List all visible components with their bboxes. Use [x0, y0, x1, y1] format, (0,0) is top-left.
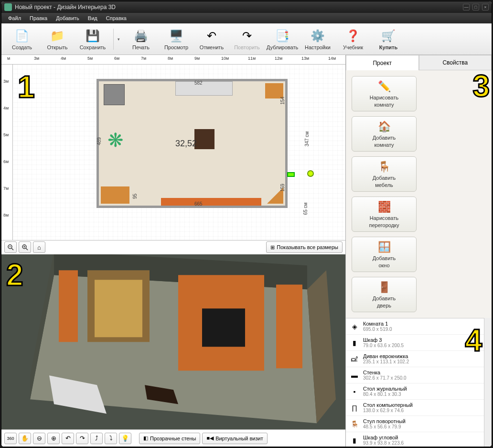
view-3d[interactable]: 2 — [1, 254, 345, 430]
menu-edit[interactable]: Правка — [26, 14, 51, 22]
ruler-h-tick: 9м — [194, 56, 200, 61]
tilt-up-button[interactable]: ⤴ — [90, 433, 103, 444]
toolbar-дублировать[interactable]: 📑Дублировать — [266, 26, 299, 52]
toolbar-настройки[interactable]: ⚙️Настройки — [301, 26, 334, 52]
повторить-icon: ↷ — [239, 28, 255, 44]
maximize-button[interactable]: □ — [472, 4, 479, 11]
furniture-sofa[interactable] — [175, 81, 233, 96]
titlebar: Новый проект - Дизайн Интерьера 3D — □ × — [1, 1, 492, 13]
action-дверь[interactable]: 🚪Добавитьдверь — [352, 277, 417, 312]
scene-item[interactable]: ▮Шкаф угловой93.9 x 93.8 x 223.6 — [346, 432, 484, 447]
action-label: Добавить — [373, 295, 396, 302]
furniture-coffee-table[interactable] — [194, 129, 214, 149]
view3d-controls: 360 ✋ ⊖ ⊕ ↶ ↷ ⤴ ⤵ 💡 ◧ Прозрачные стены ■… — [1, 429, 345, 447]
scene-item[interactable]: ◈Комната 1695.0 x 519.0 — [346, 318, 484, 335]
menu-help[interactable]: Справка — [102, 14, 130, 22]
furniture-wardrobe[interactable] — [104, 84, 125, 105]
tilt-down-button[interactable]: ⤵ — [105, 433, 117, 444]
toolbar: 📄Создать📁Открыть💾Сохранить▾🖨️Печать🖥️Про… — [1, 23, 492, 55]
scene-item-dimensions: 695.0 x 519.0 — [363, 327, 480, 332]
selection-handle[interactable] — [307, 170, 314, 177]
scene-item-dimensions: 138.0 x 62.9 x 74.6 — [363, 408, 480, 413]
scene-list[interactable]: ◈Комната 1695.0 x 519.0▮Шкаф 379.0 x 63.… — [346, 318, 484, 447]
toolbar-создать[interactable]: 📄Создать — [5, 26, 39, 52]
virtual-visit-label: Виртуальный визит — [215, 436, 263, 441]
floorplan-canvas[interactable]: 1 ❋ 32,52 582 — [13, 65, 345, 240]
action-окно[interactable]: 🪟Добавитьокно — [352, 237, 417, 272]
zoom-in-button[interactable] — [19, 241, 31, 253]
tab-properties[interactable]: Свойства — [419, 55, 492, 70]
selected-conditioner[interactable] — [287, 172, 295, 177]
action-label: дверь — [377, 303, 391, 309]
toolbar-label: Печать — [132, 44, 150, 50]
rotate360-button[interactable]: 360 — [4, 433, 17, 444]
rotate-ccw-button[interactable]: ↶ — [62, 433, 74, 444]
toolbar-купить[interactable]: 🛒Купить — [372, 26, 405, 52]
menu-add[interactable]: Добавить — [52, 14, 83, 22]
scene-item-name: Стол журнальный — [363, 386, 480, 392]
dim-top: 582 — [194, 80, 203, 86]
minimize-button[interactable]: — — [463, 4, 470, 11]
scene-item[interactable]: 🛋Диван еврокнижка235.1 x 113.1 x 102.2 — [346, 351, 484, 367]
toolbar-просмотр[interactable]: 🖥️Просмотр — [160, 26, 193, 52]
room-outline[interactable]: ❋ 32,52 582 489 665 95 — [96, 79, 288, 208]
ruler-h-tick: 14м — [328, 56, 336, 61]
visibility-icon[interactable]: 👁 — [475, 340, 480, 346]
action-label: Добавить — [373, 255, 396, 262]
toolbar-учебник[interactable]: ❓Учебник — [336, 26, 370, 52]
furniture-palm[interactable]: ❋ — [107, 129, 130, 152]
menu-view[interactable]: Вид — [84, 14, 101, 22]
настройки-icon: ⚙️ — [310, 28, 325, 44]
toolbar-печать[interactable]: 🖨️Печать — [124, 26, 158, 52]
zoom-out-button[interactable] — [4, 241, 17, 253]
scene-item-dimensions: 302.6 x 71.7 x 250.0 — [363, 375, 480, 381]
plan-controls: ⌂ ⊞ Показывать все размеры — [1, 240, 345, 254]
rotate-cw-button[interactable]: ↷ — [76, 433, 88, 444]
ruler-h-tick: 7м — [141, 56, 146, 61]
furniture-computer-desk[interactable] — [101, 186, 129, 204]
купить-icon: 🛒 — [381, 28, 396, 44]
scene-item[interactable]: 🪑Стул поворотный48.5 x 56.6 x 79.9 — [346, 416, 484, 432]
ruler-v-tick: 8м — [3, 213, 9, 218]
action-перегородку[interactable]: 🧱Нарисоватьперегородку — [352, 197, 417, 232]
virtual-visit-button[interactable]: ■◀ Виртуальный визит — [202, 433, 267, 444]
tab-project[interactable]: Проект — [346, 55, 419, 70]
action-комнату[interactable]: 🏠Добавитькомнату — [352, 116, 417, 152]
action-комнату[interactable]: ✏️Нарисоватькомнату — [352, 76, 417, 111]
дверь-icon: 🚪 — [377, 280, 391, 295]
action-мебель[interactable]: 🪑Добавитьмебель — [352, 156, 417, 192]
scene-item[interactable]: ∏Стол компьютерный138.0 x 62.9 x 74.6 — [346, 400, 484, 416]
ruler-h-tick: 6м — [114, 56, 119, 61]
отменить-icon: ↶ — [204, 28, 219, 44]
toolbar-открыть[interactable]: 📁Открыть — [41, 26, 74, 52]
scene-item-name: Стенка — [363, 370, 480, 375]
toolbar-отменить[interactable]: ↶Отменить — [195, 26, 228, 52]
scene-item[interactable]: ▪Стол журнальный80.4 x 80.1 x 30.3 — [346, 383, 484, 400]
toolbar-повторить[interactable]: ↷Повторить — [230, 26, 264, 52]
scene-item[interactable]: ▮Шкаф 379.0 x 63.6 x 200.5👁 — [346, 335, 484, 351]
action-label: Нарисовать — [370, 215, 398, 221]
close-button[interactable]: × — [482, 4, 489, 11]
toolbar-сохранить[interactable]: 💾Сохранить — [76, 26, 109, 52]
zoom-out-3d-button[interactable]: ⊖ — [33, 433, 45, 444]
home-button[interactable]: ⌂ — [33, 241, 45, 253]
dim-65: 65 см — [303, 203, 308, 215]
scene-item[interactable]: ▬Стенка302.6 x 71.7 x 250.0 — [346, 367, 484, 383]
menu-file[interactable]: Файл — [4, 14, 25, 22]
action-label: комнату — [374, 102, 394, 108]
ruler-h-tick: 8м — [168, 56, 173, 61]
light-button[interactable]: 💡 — [119, 433, 131, 444]
toolbar-label: Повторить — [234, 44, 260, 50]
action-label: Нарисовать — [370, 95, 398, 101]
transparent-walls-button[interactable]: ◧ Прозрачные стены — [139, 433, 200, 444]
toolbar-label: Купить — [379, 44, 397, 50]
scene-scrollbar[interactable] — [484, 318, 492, 447]
просмотр-icon: 🖥️ — [169, 28, 184, 44]
svg-line-4 — [26, 248, 28, 250]
furniture-wall-unit[interactable] — [161, 198, 261, 206]
show-all-dimensions-button[interactable]: ⊞ Показывать все размеры — [266, 241, 343, 253]
zoom-in-3d-button[interactable]: ⊕ — [47, 433, 60, 444]
pan-button[interactable]: ✋ — [19, 433, 31, 444]
окно-icon: 🪟 — [377, 240, 391, 254]
toolbar-overflow[interactable]: ▾ — [118, 37, 122, 42]
